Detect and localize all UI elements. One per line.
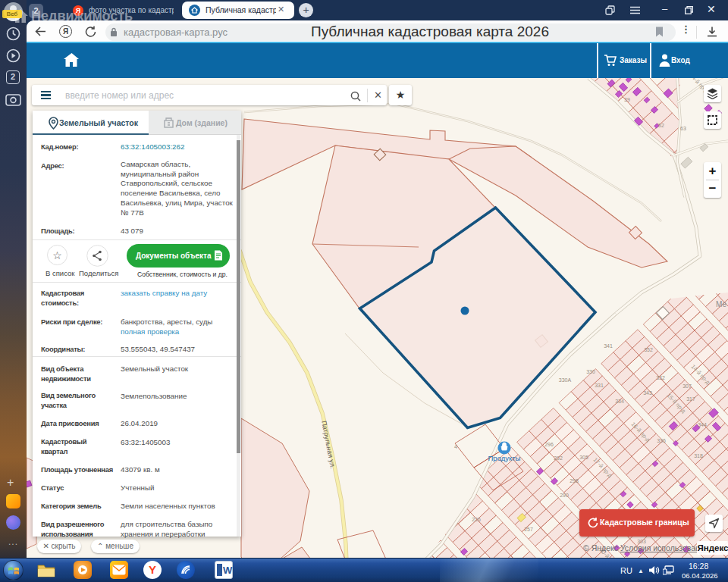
svg-text:39: 39 xyxy=(624,97,630,102)
svg-text:298: 298 xyxy=(570,478,579,483)
svg-text:343: 343 xyxy=(643,390,652,396)
svg-text:63: 63 xyxy=(680,126,686,131)
svg-text:331: 331 xyxy=(595,383,604,388)
svg-text:226: 226 xyxy=(472,517,481,522)
svg-text:330: 330 xyxy=(586,369,595,374)
svg-text:332: 332 xyxy=(656,375,665,380)
svg-text:318: 318 xyxy=(694,453,703,458)
svg-text:307: 307 xyxy=(682,383,692,389)
svg-text:330A: 330A xyxy=(559,377,572,383)
svg-text:305: 305 xyxy=(579,455,588,460)
svg-text:Продукты: Продукты xyxy=(488,454,521,462)
svg-text:317: 317 xyxy=(686,396,695,402)
svg-text:Ме: Ме xyxy=(716,300,726,308)
svg-text:334: 334 xyxy=(615,399,624,404)
svg-text:341: 341 xyxy=(604,343,613,349)
svg-text:290: 290 xyxy=(560,493,569,498)
svg-text:296: 296 xyxy=(544,442,554,447)
svg-text:352: 352 xyxy=(644,347,653,352)
svg-text:344: 344 xyxy=(698,422,707,427)
svg-text:257: 257 xyxy=(524,527,533,532)
svg-text:52: 52 xyxy=(658,123,664,128)
svg-text:336: 336 xyxy=(657,438,666,443)
svg-text:4: 4 xyxy=(454,444,457,449)
svg-text:292: 292 xyxy=(554,455,563,461)
